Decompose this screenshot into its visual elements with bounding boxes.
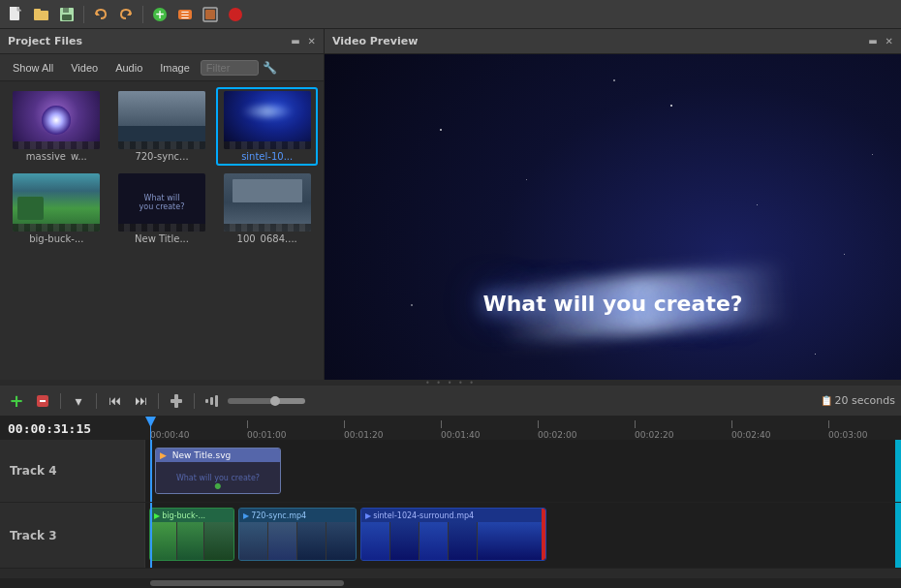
svg-rect-25 (215, 395, 218, 407)
timeline-toolbar: + ▾ ⏮ ⏭ (0, 386, 901, 417)
timeline-jump-end-button[interactable]: ⏭ (130, 390, 151, 412)
file-item-massive[interactable]: massive_w... (6, 87, 108, 166)
track-4-row: Track 4 ▶ New Title.svg What will you cr… (0, 440, 901, 503)
timeline-scrollbar-thumb[interactable] (150, 580, 344, 586)
video-close-icon[interactable]: ✕ (885, 36, 893, 46)
clip-title-header: ▶ New Title.svg (156, 449, 280, 462)
filter-bar: Show All Video Audio Image 🔧 (0, 54, 324, 81)
project-files-header: Project Files ▬ ✕ (0, 29, 324, 54)
record-button[interactable] (225, 4, 246, 25)
filmstrip-sintel (224, 141, 311, 149)
svg-rect-23 (205, 399, 208, 403)
video-preview-title: Video Preview (332, 35, 418, 47)
ruler-mark-3: 00:01:40 (441, 420, 480, 440)
clip-sintel-header: ▶ sintel-1024-surround.mp4 (361, 509, 545, 522)
filter-audio[interactable]: Audio (109, 60, 149, 76)
filter-image[interactable]: Image (153, 60, 197, 76)
filmstrip-720sync (118, 141, 205, 149)
minimize-icon[interactable]: ▬ (291, 36, 299, 46)
open-button[interactable] (31, 4, 52, 25)
clip-sintel-end-marker (542, 509, 545, 560)
clip-sintel[interactable]: ▶ sintel-1024-surround.mp4 (360, 508, 546, 561)
timeline-zoom-handle[interactable] (270, 396, 280, 406)
track-3-label: Track 3 (0, 503, 145, 568)
file-thumb-720sync (118, 91, 205, 149)
svg-rect-22 (171, 399, 182, 403)
svg-text:+: + (155, 8, 165, 21)
close-icon[interactable]: ✕ (308, 36, 316, 46)
filter-clear-button[interactable]: 🔧 (263, 61, 277, 75)
timeline-jump-start-button[interactable]: ⏮ (104, 390, 125, 412)
main-toolbar: + ☰ (0, 0, 901, 29)
track-area: Track 4 ▶ New Title.svg What will you cr… (0, 440, 901, 578)
filmstrip-massive (13, 141, 100, 149)
timeline-razor-button[interactable] (166, 390, 187, 412)
timeline-filter-button[interactable]: ▾ (68, 390, 89, 412)
track4-right-accent (895, 440, 901, 502)
add-clip-button[interactable]: + (149, 4, 171, 25)
clip-720sync-header: ▶ 720-sync.mp4 (239, 509, 356, 522)
undo-button[interactable] (90, 4, 111, 25)
panel-header-icons: ▬ ✕ (291, 36, 316, 46)
file-item-sintel[interactable]: sintel-10... (216, 87, 318, 166)
clip-720sync-frames (239, 522, 356, 560)
filmstrip-bigbuck (13, 224, 100, 232)
tl-separator-2 (96, 393, 97, 409)
video-minimize-icon[interactable]: ▬ (868, 36, 877, 46)
separator-1 (83, 6, 84, 23)
timeline-zoom-slider[interactable] (228, 398, 305, 404)
file-item-newtitle[interactable]: What willyou create? New Title... (111, 170, 213, 248)
file-thumb-sintel (224, 91, 311, 149)
clip-title-dots: ● (156, 481, 280, 490)
timecode-display: 00:00:31:15 (8, 421, 91, 436)
svg-text:☰: ☰ (181, 10, 190, 20)
file-item-100_0684[interactable]: 100_0684.... (216, 170, 318, 248)
filter-show-all[interactable]: Show All (6, 60, 60, 76)
track3-right-accent (895, 503, 901, 568)
timeline-scrollbar[interactable] (0, 578, 901, 588)
redo-button[interactable] (115, 4, 137, 25)
svg-point-18 (229, 8, 242, 21)
file-thumb-newtitle: What willyou create? (118, 173, 205, 232)
file-name-newtitle: New Title... (135, 233, 189, 244)
ruler-mark-4: 00:02:00 (538, 420, 576, 440)
file-name-720sync: 720-sync... (135, 151, 188, 162)
ruler-mark-6: 00:02:40 (731, 420, 770, 440)
save-button[interactable] (56, 4, 78, 25)
timeline-remove-button[interactable] (32, 390, 53, 412)
track-3-content[interactable]: ▶ big-buck-... ▶ 720-sync.mp4 (145, 503, 901, 568)
clip-bigbuck-frames (150, 522, 233, 560)
tl-separator-3 (158, 393, 159, 409)
timeline-zoom-icon (202, 390, 223, 412)
timeline-duration: 📋 20 seconds (821, 394, 895, 407)
timeline-ruler: 00:00:31:15 00:00:40 00:01:00 00:01:20 0… (0, 417, 901, 440)
timeline-add-clip-button[interactable]: + (6, 390, 27, 412)
ruler-mark-0: 00:00:40 (150, 420, 189, 440)
clip-sintel-frames (361, 522, 545, 560)
track-4-content[interactable]: ▶ New Title.svg What will you create? ● (145, 440, 901, 502)
svg-rect-24 (210, 397, 213, 405)
file-name-100_0684: 100_0684.... (237, 233, 297, 244)
file-name-bigbuck: big-buck-... (29, 233, 83, 244)
tl-separator-4 (194, 393, 195, 409)
file-item-bigbuck[interactable]: big-buck-... (6, 170, 108, 248)
add-track-button[interactable]: ☰ (174, 4, 196, 25)
video-preview-header: Video Preview ▬ ✕ (325, 29, 901, 54)
ruler-mark-5: 00:02:20 (635, 420, 673, 440)
new-button[interactable] (6, 4, 27, 25)
file-thumb-massive (13, 91, 100, 149)
filter-input[interactable] (201, 60, 259, 76)
filter-video[interactable]: Video (64, 60, 105, 76)
video-overlay-text: What will you create? (482, 292, 742, 316)
clip-new-title[interactable]: ▶ New Title.svg What will you create? ● (155, 448, 281, 494)
clip-bigbuck[interactable]: ▶ big-buck-... (149, 508, 234, 561)
file-item-720sync[interactable]: 720-sync... (111, 87, 213, 166)
tl-separator-1 (60, 393, 61, 409)
project-files-title: Project Files (8, 35, 82, 47)
separator-2 (142, 6, 143, 23)
svg-rect-2 (10, 7, 17, 11)
fullscreen-button[interactable] (200, 4, 221, 25)
svg-rect-5 (34, 11, 48, 20)
clip-720sync[interactable]: ▶ 720-sync.mp4 (238, 508, 357, 561)
ruler-mark-7: 00:03:00 (828, 420, 867, 440)
